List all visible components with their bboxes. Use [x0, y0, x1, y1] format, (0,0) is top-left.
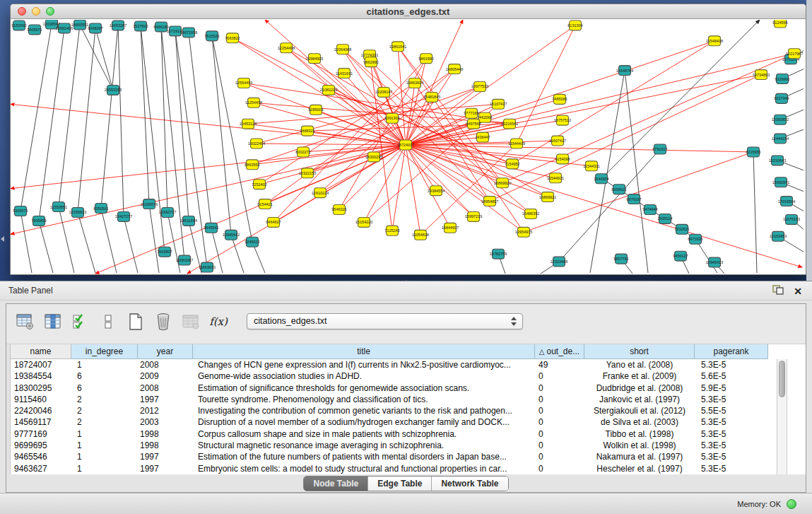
table-cell[interactable]: 5.3E-5 — [695, 394, 768, 405]
graph-edge[interactable] — [490, 75, 761, 201]
table-cell[interactable]: 22420046 — [11, 405, 71, 416]
table-cell[interactable]: 1 — [71, 440, 138, 451]
graph-edge[interactable] — [78, 28, 95, 213]
table-cell[interactable]: 5.3E-5 — [695, 440, 768, 451]
table-cell[interactable]: 0 — [535, 440, 584, 451]
network-window[interactable]: citations_edges.txt 91505609405571120365… — [10, 4, 806, 275]
table-cell[interactable]: Tibbo et al. (1998) — [584, 428, 695, 440]
graph-edge[interactable] — [265, 69, 454, 204]
table-cell[interactable]: Stergiakouli et al. (2012) — [584, 405, 695, 416]
panel-collapse-arrow[interactable] — [1, 236, 4, 242]
table-cell[interactable]: 0 — [535, 382, 584, 394]
table-cell[interactable]: 5.3E-5 — [695, 359, 768, 370]
table-cell[interactable]: 14569117 — [11, 416, 71, 428]
table-cell[interactable]: 2008 — [138, 359, 193, 370]
table-row[interactable]: 1872400712008Changes of HCN gene express… — [6, 359, 806, 370]
table-cell[interactable]: 5.6E-5 — [695, 370, 768, 382]
table-cell[interactable]: Structural magnetic resonance image aver… — [193, 440, 535, 451]
table-cell[interactable]: Estimation of the future numbers of pati… — [193, 451, 535, 462]
graph-edge[interactable] — [189, 33, 211, 228]
graph-edge[interactable] — [406, 145, 802, 267]
graph-edge[interactable] — [187, 145, 406, 274]
table-selector-dropdown[interactable]: citations_edges.txt — [247, 313, 523, 329]
table-row[interactable]: 911546021997Tourette syndrome. Phenomeno… — [6, 394, 806, 405]
column-header-in_degree[interactable]: in_degree — [71, 344, 138, 359]
graph-edge[interactable] — [141, 26, 165, 252]
graph-edge[interactable] — [80, 25, 113, 90]
table-cell[interactable]: 6 — [71, 370, 138, 382]
table-cell[interactable]: 9463627 — [11, 463, 71, 474]
graph-edge[interactable] — [124, 216, 138, 273]
table-cell[interactable]: Jankovic et al. (1997) — [584, 394, 695, 405]
table-row[interactable]: 1456911722003Disruption of a novel membe… — [6, 416, 806, 428]
table-row[interactable]: 2242004622012Investigating the contribut… — [6, 405, 806, 416]
table-row[interactable]: 946362711997Embryonic stem cells: a mode… — [6, 463, 806, 474]
graph-edge[interactable] — [753, 152, 757, 273]
graph-edge[interactable] — [11, 145, 406, 234]
column-header-pagerank[interactable]: pagerank — [695, 344, 768, 359]
table-cell[interactable]: Disruption of a novel member of a sodium… — [193, 416, 535, 428]
graph-edge[interactable] — [141, 26, 149, 204]
graph-edge[interactable] — [502, 54, 794, 183]
tab-network-table[interactable]: Network Table — [431, 477, 507, 491]
graph-edge[interactable] — [101, 25, 118, 209]
graph-edge[interactable] — [175, 31, 189, 221]
unselect-all-icon[interactable] — [98, 311, 119, 332]
change-table-mode-icon[interactable] — [15, 311, 36, 332]
table-cell[interactable]: 49 — [535, 359, 584, 370]
graph-edge[interactable] — [95, 28, 113, 90]
table-cell[interactable]: 0 — [535, 451, 584, 462]
table-cell[interactable]: 2 — [71, 405, 138, 416]
table-row[interactable]: 1938455462009Genome-wide association stu… — [6, 370, 806, 382]
table-cell[interactable]: 1 — [71, 451, 138, 462]
table-cell[interactable]: 5.3E-5 — [695, 428, 768, 440]
table-cell[interactable]: Genome-wide association studies in ADHD. — [193, 370, 535, 382]
table-cell[interactable]: Estimation of significance thresholds fo… — [193, 382, 535, 394]
table-cell[interactable]: 5.3E-5 — [695, 451, 768, 462]
graph-edge[interactable] — [101, 209, 117, 273]
show-columns-icon[interactable] — [42, 311, 64, 332]
graph-edge[interactable] — [59, 25, 80, 207]
table-cell[interactable]: 9115460 — [11, 394, 71, 405]
table-cell[interactable]: 1 — [71, 463, 138, 474]
table-cell[interactable]: 9465546 — [11, 451, 71, 462]
float-panel-icon[interactable] — [772, 285, 784, 298]
table-cell[interactable]: 19384554 — [11, 370, 71, 382]
graph-edge[interactable] — [118, 25, 124, 216]
table-cell[interactable]: 2003 — [138, 416, 193, 428]
tab-node-table[interactable]: Node Table — [304, 477, 367, 491]
table-cell[interactable]: 0 — [535, 428, 584, 440]
table-cell[interactable]: 18300295 — [11, 382, 71, 394]
graph-edge[interactable] — [625, 71, 648, 273]
minimize-window-button[interactable] — [32, 7, 40, 16]
graph-edge[interactable] — [257, 144, 406, 145]
table-cell[interactable]: Nakamura et al. (1997) — [584, 451, 695, 462]
table-cell[interactable]: 1998 — [138, 428, 193, 440]
graph-edge[interactable] — [78, 212, 95, 273]
table-cell[interactable]: 2008 — [138, 382, 193, 394]
table-cell[interactable]: 2009 — [138, 370, 193, 382]
close-window-button[interactable] — [18, 7, 26, 16]
table-cell[interactable]: Investigating the contribution of common… — [193, 405, 535, 416]
tab-edge-table[interactable]: Edge Table — [367, 477, 431, 491]
table-cell[interactable]: 5.3E-5 — [695, 416, 768, 428]
graph-edge[interactable] — [39, 221, 53, 273]
table-cell[interactable]: 0 — [535, 416, 584, 428]
graph-edge[interactable] — [231, 235, 244, 273]
table-cell[interactable]: 18724007 — [11, 359, 71, 370]
graph-edge[interactable] — [406, 145, 436, 191]
delete-column-icon[interactable] — [153, 311, 174, 332]
column-header-title[interactable]: title — [193, 344, 535, 359]
graph-edge[interactable] — [212, 36, 231, 235]
table-cell[interactable]: 1 — [71, 428, 138, 440]
table-cell[interactable]: 2 — [71, 416, 138, 428]
function-builder-icon[interactable]: f(x) — [208, 311, 229, 332]
table-cell[interactable]: 9699695 — [11, 440, 71, 451]
graph-edge[interactable] — [161, 27, 184, 260]
table-cell[interactable]: 1998 — [138, 440, 193, 451]
table-row[interactable]: 969969511998Structural magnetic resonanc… — [6, 440, 806, 451]
scrollbar-thumb[interactable] — [779, 361, 785, 397]
table-cell[interactable]: Corpus callosum shape and size in male p… — [193, 428, 535, 440]
table-cell[interactable]: 2 — [71, 394, 138, 405]
table-row[interactable]: 1830029562008Estimation of significance … — [6, 382, 806, 394]
